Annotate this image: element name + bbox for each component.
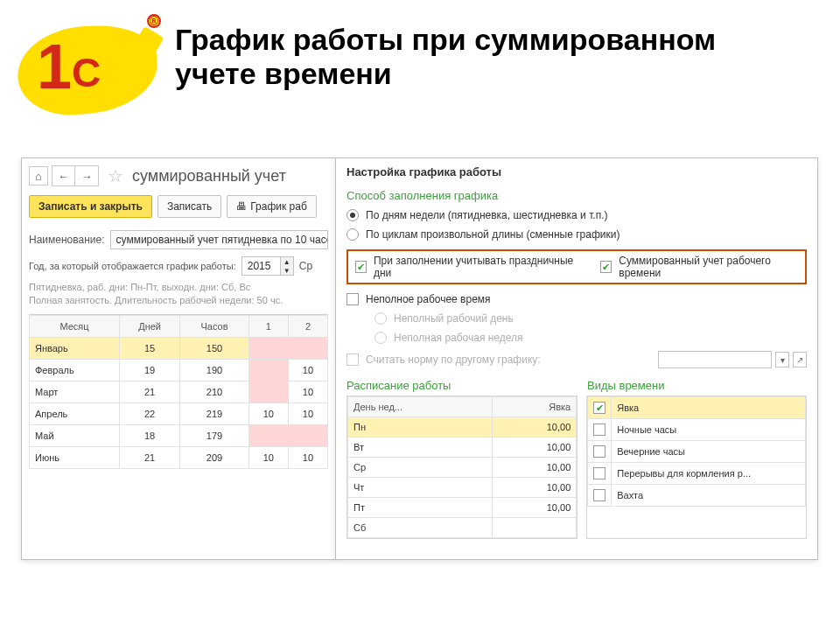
name-input[interactable]: суммированный учет пятидневка по 10 часо… bbox=[110, 230, 328, 249]
chk-holidays[interactable]: При заполнении учитывать праздничные дни bbox=[355, 255, 574, 279]
favorite-icon[interactable]: ☆ bbox=[108, 165, 123, 186]
day-cell[interactable]: Вт bbox=[348, 438, 493, 458]
type-label-cell[interactable]: Явка bbox=[612, 397, 806, 419]
year-up-button[interactable]: ▲ bbox=[281, 257, 293, 266]
type-label-cell[interactable]: Вечерние часы bbox=[612, 441, 806, 463]
hours-cell[interactable]: 10,00 bbox=[492, 458, 577, 478]
type-label-cell[interactable]: Перерывы для кормления р... bbox=[612, 463, 806, 485]
table-cell[interactable]: Март bbox=[30, 381, 120, 402]
col-days[interactable]: Дней bbox=[120, 315, 180, 337]
type-check-cell[interactable] bbox=[588, 419, 612, 441]
table-cell[interactable]: 21 bbox=[120, 381, 180, 402]
table-cell[interactable]: 18 bbox=[120, 424, 180, 446]
chk-summarized[interactable]: Суммированный учет рабочего времени bbox=[600, 255, 798, 279]
table-row[interactable]: Ср10,00 bbox=[348, 458, 577, 478]
hours-cell[interactable]: 10,00 bbox=[492, 478, 577, 498]
forward-button[interactable]: → bbox=[75, 166, 98, 186]
day-cell[interactable]: Чт bbox=[348, 478, 493, 498]
day-cell[interactable]: Пн bbox=[348, 417, 493, 438]
table-row[interactable]: Пт10,00 bbox=[348, 498, 577, 518]
year-down-button[interactable]: ▼ bbox=[281, 266, 293, 275]
table-row[interactable]: Вечерние часы bbox=[588, 441, 806, 463]
table-cell[interactable]: Февраль bbox=[30, 359, 120, 381]
table-cell[interactable]: 10 bbox=[248, 446, 288, 468]
table-cell[interactable]: 10 bbox=[288, 359, 327, 381]
year-spinner[interactable]: 2015 ▲ ▼ bbox=[242, 256, 294, 276]
table-row[interactable]: Сб bbox=[348, 518, 577, 538]
table-cell[interactable]: 179 bbox=[180, 424, 249, 446]
months-grid[interactable]: Месяц Дней Часов 1 2 Январь15150Февраль1… bbox=[29, 314, 328, 469]
hours-cell[interactable]: 10,00 bbox=[492, 438, 577, 458]
sched-col-attend[interactable]: Явка bbox=[492, 397, 577, 417]
radio-by-weekdays[interactable]: По дням недели (пятидневка, шестидневка … bbox=[336, 206, 817, 225]
right-window: Настройка графика работы Способ заполнен… bbox=[335, 158, 818, 560]
table-cell[interactable]: 190 bbox=[180, 359, 249, 381]
type-label-cell[interactable]: Вахта bbox=[612, 485, 806, 507]
table-cell[interactable]: 19 bbox=[120, 359, 180, 381]
col-1[interactable]: 1 bbox=[248, 315, 288, 337]
table-row[interactable]: Апрель222191010 bbox=[30, 402, 328, 424]
table-row[interactable]: Чт10,00 bbox=[348, 478, 577, 498]
table-cell[interactable]: 22 bbox=[120, 402, 180, 424]
hours-cell[interactable]: 10,00 bbox=[492, 417, 577, 438]
day-cell[interactable]: Пт bbox=[348, 498, 493, 518]
type-check-cell[interactable] bbox=[588, 463, 612, 485]
table-row[interactable]: Перерывы для кормления р... bbox=[588, 463, 806, 485]
table-row[interactable]: Вт10,00 bbox=[348, 438, 577, 458]
chk-part-time[interactable]: Неполное рабочее время bbox=[336, 290, 817, 309]
table-cell[interactable] bbox=[288, 337, 327, 359]
day-cell[interactable]: Сб bbox=[348, 518, 493, 538]
table-row[interactable]: Ночные часы bbox=[588, 419, 806, 441]
col-month[interactable]: Месяц bbox=[30, 315, 120, 337]
table-cell[interactable]: 10 bbox=[288, 402, 327, 424]
day-cell[interactable]: Ср bbox=[348, 458, 493, 478]
radio-by-cycles[interactable]: По циклам произвольной длины (сменные гр… bbox=[336, 225, 817, 244]
sched-col-day[interactable]: День нед... bbox=[348, 397, 493, 417]
col-hours[interactable]: Часов bbox=[180, 315, 249, 337]
table-cell[interactable]: 15 bbox=[120, 337, 180, 359]
table-cell[interactable]: 210 bbox=[180, 381, 249, 402]
type-check-cell[interactable] bbox=[588, 397, 612, 419]
col-2[interactable]: 2 bbox=[288, 315, 327, 337]
table-cell[interactable] bbox=[248, 381, 288, 402]
type-check-cell[interactable] bbox=[588, 441, 612, 463]
table-cell[interactable]: 209 bbox=[180, 446, 249, 468]
back-button[interactable]: ← bbox=[52, 166, 75, 186]
table-cell[interactable] bbox=[248, 424, 288, 446]
table-cell[interactable]: 219 bbox=[180, 402, 249, 424]
table-row[interactable]: Февраль1919010 bbox=[30, 359, 328, 381]
table-row[interactable]: Январь15150 bbox=[30, 337, 328, 359]
table-cell[interactable]: 21 bbox=[120, 446, 180, 468]
table-row[interactable]: Пн10,00 bbox=[348, 417, 577, 438]
table-row[interactable]: Июнь212091010 bbox=[30, 446, 328, 468]
table-row[interactable]: Вахта bbox=[588, 485, 806, 507]
record-button[interactable]: Записать bbox=[158, 195, 221, 218]
table-cell[interactable]: 10 bbox=[248, 402, 288, 424]
table-cell[interactable]: 10 bbox=[288, 446, 327, 468]
table-cell[interactable]: Январь bbox=[30, 337, 120, 359]
table-cell[interactable]: Июнь bbox=[30, 446, 120, 468]
schedule-table[interactable]: День нед... Явка Пн10,00Вт10,00Ср10,00Чт… bbox=[346, 396, 578, 539]
home-button[interactable]: ⌂ bbox=[29, 166, 48, 186]
table-cell[interactable] bbox=[248, 359, 288, 381]
info-text: Пятидневка, раб. дни: Пн-Пт, выходн. дни… bbox=[22, 279, 335, 314]
table-cell[interactable] bbox=[288, 424, 327, 446]
table-cell[interactable]: 150 bbox=[180, 337, 249, 359]
table-cell[interactable]: Май bbox=[30, 424, 120, 446]
year-input[interactable]: 2015 bbox=[242, 256, 280, 276]
save-close-button[interactable]: Записать и закрыть bbox=[29, 195, 152, 218]
table-cell[interactable] bbox=[248, 337, 288, 359]
table-cell[interactable]: 10 bbox=[288, 381, 327, 402]
table-row[interactable]: Май18179 bbox=[30, 424, 328, 446]
year-spinner-buttons[interactable]: ▲ ▼ bbox=[280, 256, 294, 276]
chart-button[interactable]: 🖶 График раб bbox=[227, 195, 317, 218]
type-label-cell[interactable]: Ночные часы bbox=[612, 419, 806, 441]
table-row[interactable]: Явка bbox=[588, 397, 806, 419]
name-row: Наименование: суммированный учет пятидне… bbox=[22, 227, 335, 253]
types-table[interactable]: ЯвкаНочные часыВечерние часыПерерывы для… bbox=[586, 396, 807, 539]
table-cell[interactable]: Апрель bbox=[30, 402, 120, 424]
hours-cell[interactable]: 10,00 bbox=[492, 498, 577, 518]
hours-cell[interactable] bbox=[492, 518, 577, 538]
table-row[interactable]: Март2121010 bbox=[30, 381, 328, 402]
type-check-cell[interactable] bbox=[588, 485, 612, 507]
